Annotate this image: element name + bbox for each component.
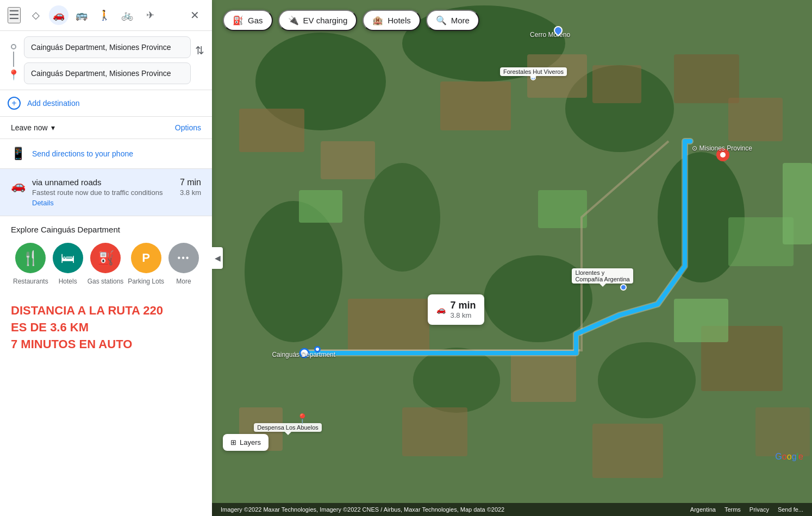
cainguas-label: Cainguás Department [272,351,335,358]
cainguas-dot [314,346,321,353]
hotels-label: Hotels [59,278,77,285]
more-label: More [176,278,191,285]
svg-point-31 [720,152,726,158]
gas-pill-icon: ⛽ [233,15,243,26]
transport-car[interactable]: 🚗 [49,5,68,25]
more-icon: ••• [168,243,199,273]
destination-pin: 📍 [8,69,20,81]
country-label: Argentina [690,506,716,513]
phone-icon: 📱 [11,147,26,161]
options-button[interactable]: Options [175,123,201,132]
hotels-pill-label: Hotels [388,16,411,25]
ev-pill-icon: 🔌 [288,15,299,26]
svg-rect-16 [728,98,783,141]
collapse-panel-button[interactable]: ◀ [212,247,223,269]
svg-rect-0 [212,0,812,516]
privacy-link[interactable]: Privacy [749,506,769,513]
route-line [13,52,14,67]
route-info: via unnamed roads 7 min Fastest route no… [32,178,201,207]
despensa-pin: 📍 [296,413,308,425]
send-directions[interactable]: 📱 Send directions to your phone [0,139,212,169]
gas-icon: ⛽ [90,243,121,273]
terms-link[interactable]: Terms [724,506,741,513]
despensa-label: Despensa Los Abuelos [254,423,322,432]
route-via: via unnamed roads [32,178,102,187]
transport-walk[interactable]: 🚶 [95,5,114,25]
layers-label: Layers [240,438,261,446]
send-directions-label: Send directions to your phone [32,149,133,158]
bottom-bar: Imagery ©2022 Maxar Technologies, Imager… [212,503,812,516]
explore-gas[interactable]: ⛽ Gas stations [88,243,124,285]
svg-rect-12 [440,81,511,130]
layers-button[interactable]: ⊞ Layers [223,434,268,451]
llorentes-pin [620,284,627,291]
svg-rect-24 [299,190,342,223]
parking-icon: P [131,243,161,273]
filter-more[interactable]: 🔍 More [426,10,479,31]
filter-gas[interactable]: ⛽ Gas [223,10,273,31]
hotels-icon: 🛏 [53,243,83,273]
parking-label: Parking Lots [128,278,164,285]
origin-input[interactable] [24,36,191,58]
svg-rect-19 [592,424,663,478]
cerro-moreno-pin [552,24,565,36]
llorentes-label: Llorentes yCompañía Argentina [572,268,633,284]
layers-icon: ⊞ [230,438,236,446]
map-svg [212,0,812,516]
forestales-label: Forestales Hut Viveros [500,67,567,76]
restaurants-label: Restaurants [13,278,48,285]
svg-rect-11 [321,141,375,179]
route-fields [24,36,191,84]
explore-title: Explore Cainguás Department [11,225,201,234]
explore-more[interactable]: ••• More [168,243,199,285]
time-box-info: 7 min 3.8 km [450,300,476,319]
leave-now-chevron: ▾ [51,123,55,132]
car-icon: 🚗 [11,179,26,193]
restaurants-icon: 🍴 [15,243,46,273]
leave-now-button[interactable]: Leave now ▾ [11,123,55,132]
cerro-moreno-label: Cerro Moreno [530,31,570,39]
time-box-dist: 3.8 km [450,311,476,319]
imagery-attribution: Imagery ©2022 Maxar Technologies, Imager… [221,506,504,513]
explore-restaurants[interactable]: 🍴 Restaurants [13,243,48,285]
filter-pills: ⛽ Gas 🔌 EV charging 🏨 Hotels 🔍 More [223,10,479,31]
route-description: Fastest route now due to traffic conditi… [32,188,163,197]
route-distance: 3.8 km [180,188,201,197]
gas-label: Gas stations [88,278,124,285]
transport-transit[interactable]: 🚌 [72,5,91,25]
filter-hotels[interactable]: 🏨 Hotels [363,10,421,31]
transport-mode-selector: ◇ 🚗 🚌 🚶 🚲 ✈ [26,5,179,25]
menu-button[interactable]: ☰ [8,7,21,23]
svg-rect-18 [511,353,576,402]
destination-input[interactable] [24,62,191,84]
svg-rect-23 [402,407,467,456]
svg-rect-17 [348,299,429,353]
add-destination[interactable]: + Add destination [0,90,212,117]
transport-overview[interactable]: ◇ [26,5,46,25]
misiones-label: ⊙ Misiones Province [692,144,752,152]
map-area[interactable]: ⛽ Gas 🔌 EV charging 🏨 Hotels 🔍 More ◀ Fo… [212,0,812,516]
explore-parking[interactable]: P Parking Lots [128,243,164,285]
route-inputs: 📍 ⇅ [0,31,212,90]
svg-rect-27 [728,217,794,266]
filter-ev[interactable]: 🔌 EV charging [278,10,358,31]
sendfeedback-link[interactable]: Send fe... [778,506,803,513]
map-satellite: ⛽ Gas 🔌 EV charging 🏨 Hotels 🔍 More ◀ Fo… [212,0,812,516]
svg-rect-21 [755,407,810,456]
close-button[interactable]: ✕ [185,5,204,25]
top-bar: ☰ ◇ 🚗 🚌 🚶 🚲 ✈ ✕ [0,0,212,31]
origin-dot [11,44,16,49]
svg-point-1 [255,33,386,130]
swap-button[interactable]: ⇅ [195,36,204,57]
leave-now-label: Leave now [11,123,48,132]
svg-point-9 [598,342,696,418]
transport-flight[interactable]: ✈ [140,5,160,25]
svg-rect-14 [592,65,641,103]
svg-point-8 [413,348,500,413]
more-pill-label: More [451,16,470,25]
svg-rect-20 [701,326,783,391]
transport-bike[interactable]: 🚲 [117,5,137,25]
route-dots: 📍 [8,36,20,81]
explore-hotels[interactable]: 🛏 Hotels [53,243,83,285]
route-details-link[interactable]: Details [32,199,201,207]
